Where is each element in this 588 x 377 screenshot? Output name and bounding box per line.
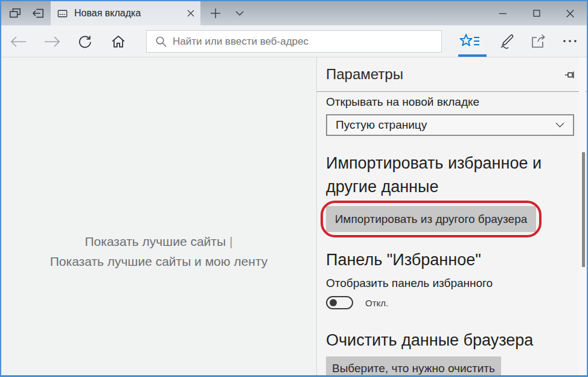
plus-icon bbox=[209, 7, 222, 19]
set-tabs-aside-icon bbox=[31, 7, 45, 20]
new-tab-page: Показать лучшие сайты| Показать лучшие с… bbox=[1, 57, 316, 375]
maximize-icon bbox=[532, 9, 541, 18]
address-bar[interactable] bbox=[146, 30, 442, 53]
share-button[interactable] bbox=[529, 31, 548, 51]
refresh-button[interactable] bbox=[75, 32, 95, 51]
new-tab-button[interactable] bbox=[206, 5, 225, 22]
favorites-bar-toggle-label: Отобразить панель избранного bbox=[326, 277, 578, 290]
settings-panel-header: Параметры bbox=[317, 57, 587, 92]
open-new-tab-select[interactable]: Пустую страницу bbox=[326, 114, 574, 136]
address-input[interactable] bbox=[173, 36, 435, 48]
import-button-wrap: Импортировать из другого браузера bbox=[326, 206, 536, 232]
tab-bar: Новая вкладка bbox=[1, 1, 587, 25]
tab-favicon bbox=[57, 8, 68, 19]
show-top-sites-feed-link[interactable]: Показать лучшие сайты и мою ленту bbox=[50, 254, 268, 268]
favorites-bar-toggle[interactable] bbox=[326, 296, 353, 309]
hub-star-icon bbox=[459, 33, 481, 50]
show-top-sites-link[interactable]: Показать лучшие сайты bbox=[85, 234, 226, 248]
tab-new-tab[interactable]: Новая вкладка bbox=[51, 1, 200, 25]
edge-browser-window: Новая вкладка bbox=[0, 0, 588, 377]
settings-panel-body: Открывать на новой вкладке Пустую страни… bbox=[317, 95, 587, 377]
pin-icon bbox=[564, 69, 576, 81]
back-button[interactable] bbox=[9, 32, 28, 51]
pen-icon bbox=[497, 33, 515, 50]
open-new-tab-label: Открывать на новой вкладке bbox=[326, 95, 578, 109]
panel-scrollbar-thumb[interactable] bbox=[582, 152, 585, 267]
import-section-heading: Импортировать избранное и другие данные bbox=[326, 152, 574, 199]
search-icon bbox=[155, 36, 167, 47]
favorites-bar-toggle-row: Откл. bbox=[326, 296, 578, 309]
pin-panel-button[interactable] bbox=[563, 68, 577, 82]
refresh-icon bbox=[77, 34, 93, 50]
hub-favorites-button[interactable] bbox=[460, 31, 479, 51]
favorites-bar-toggle-state: Откл. bbox=[365, 298, 388, 308]
minimize-icon bbox=[499, 9, 507, 18]
settings-panel: Параметры Открывать на новой вкладке Пус… bbox=[316, 57, 587, 375]
maximize-button[interactable] bbox=[526, 4, 547, 23]
open-new-tab-selected-value: Пустую страницу bbox=[336, 118, 555, 132]
new-tab-layout-options: Показать лучшие сайты| Показать лучшие с… bbox=[1, 231, 316, 271]
share-icon bbox=[530, 33, 547, 49]
home-button[interactable] bbox=[109, 32, 128, 51]
home-icon bbox=[110, 34, 126, 50]
back-icon bbox=[10, 35, 27, 48]
minimize-button[interactable] bbox=[493, 4, 513, 23]
tab-title: Новая вкладка bbox=[74, 8, 181, 19]
hub-active-underline bbox=[458, 54, 487, 57]
chevron-down-icon bbox=[235, 8, 244, 18]
import-from-browser-button[interactable]: Импортировать из другого браузера bbox=[326, 206, 536, 232]
web-note-button[interactable] bbox=[496, 31, 516, 51]
set-tabs-aside-button[interactable] bbox=[29, 5, 47, 22]
settings-panel-title: Параметры bbox=[326, 66, 403, 83]
close-icon bbox=[566, 9, 575, 18]
links-separator: | bbox=[226, 234, 232, 248]
tab-preview-icon bbox=[8, 7, 22, 20]
tab-list-button[interactable] bbox=[231, 5, 249, 22]
forward-icon bbox=[43, 35, 60, 48]
ellipsis-icon bbox=[562, 39, 578, 44]
clear-data-heading: Очистить данные браузера bbox=[326, 329, 574, 352]
toggle-knob bbox=[330, 299, 337, 306]
tab-preview-button[interactable] bbox=[6, 5, 24, 22]
forward-button[interactable] bbox=[42, 32, 62, 51]
close-window-button[interactable] bbox=[560, 4, 580, 23]
choose-what-to-clear-button[interactable]: Выберите, что нужно очистить bbox=[326, 356, 501, 377]
close-tab-icon[interactable] bbox=[187, 10, 194, 17]
more-actions-button[interactable] bbox=[560, 31, 580, 51]
select-chevron-icon bbox=[555, 122, 564, 128]
favorites-bar-heading: Панель "Избранное" bbox=[326, 248, 574, 272]
toolbar bbox=[1, 25, 587, 57]
